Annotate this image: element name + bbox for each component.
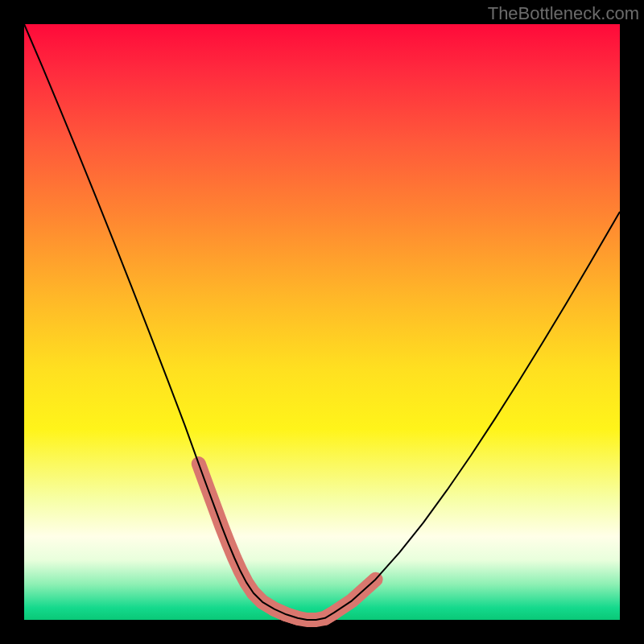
- chart-frame: TheBottleneck.com: [0, 0, 644, 644]
- plot-background: [24, 24, 620, 620]
- brand-watermark: TheBottleneck.com: [488, 3, 639, 24]
